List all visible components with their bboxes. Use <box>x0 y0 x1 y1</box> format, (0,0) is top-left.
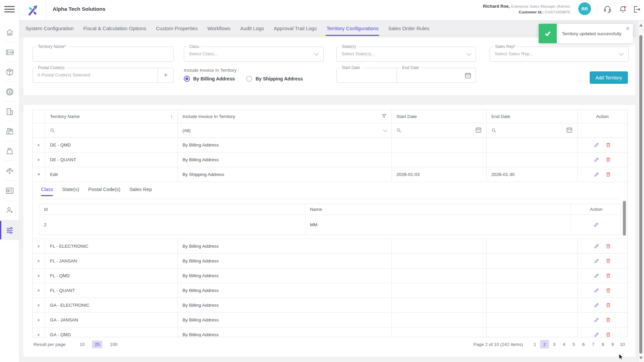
edit-pencil-icon[interactable] <box>594 243 599 249</box>
detail-tab-postal-codes[interactable]: Postal Code(s) <box>88 187 120 196</box>
postal-codes-field[interactable]: Postal Code(s) 0 Postal Code(s) Selected… <box>33 68 174 83</box>
radio-by-shipping-address[interactable] <box>246 76 252 82</box>
toast-close-icon[interactable]: ✕ <box>626 26 630 31</box>
date-range-field[interactable]: Start Date End Date <box>336 68 476 83</box>
page-8[interactable]: 8 <box>598 340 607 349</box>
sort-ascending-icon[interactable]: ↑ <box>170 114 173 119</box>
tab-custom-properties[interactable]: Custom Properties <box>156 20 198 36</box>
row-expander[interactable] <box>33 268 45 283</box>
logout-icon[interactable] <box>633 5 641 14</box>
row-expander[interactable] <box>33 283 45 298</box>
hamburger-menu-icon[interactable] <box>4 6 15 13</box>
avatar[interactable]: RR <box>578 2 591 15</box>
delete-trash-icon[interactable] <box>605 243 611 249</box>
add-territory-button[interactable]: Add Territory <box>590 71 628 84</box>
add-postal-code-button[interactable]: + <box>158 68 173 82</box>
radio-by-billing-address[interactable] <box>184 76 190 82</box>
edit-pencil-icon[interactable] <box>593 222 599 228</box>
delete-trash-icon[interactable] <box>605 317 611 323</box>
delete-trash-icon[interactable] <box>605 157 611 163</box>
edit-pencil-icon[interactable] <box>594 302 599 308</box>
panel-scrollbar-thumb[interactable] <box>623 201 626 236</box>
page-4[interactable]: 4 <box>559 340 569 349</box>
row-expander[interactable] <box>33 313 45 327</box>
detail-tab-states[interactable]: State(s) <box>62 187 79 196</box>
sidebar-item-company[interactable] <box>0 102 19 121</box>
col-include-invoice[interactable]: Include Invoice In Territory <box>178 110 392 123</box>
app-logo[interactable] <box>19 0 46 20</box>
page-5[interactable]: 5 <box>569 340 578 349</box>
edit-pencil-icon[interactable] <box>594 157 599 163</box>
row-collapser[interactable] <box>33 167 45 182</box>
sales-rep-select[interactable]: Sales Rep* Select Sales Rep... <box>490 47 629 62</box>
tab-audit-logs[interactable]: Audit Logs <box>240 20 264 36</box>
filter-territory-name[interactable] <box>45 123 178 137</box>
page-2[interactable]: 2 <box>540 340 549 349</box>
tab-workflows[interactable]: Workflows <box>207 20 230 36</box>
edit-pencil-icon[interactable] <box>594 258 599 264</box>
tab-sales-order-rules[interactable]: Sales Order Rules <box>388 20 429 36</box>
class-select[interactable]: Class Select Class... <box>184 47 324 62</box>
tab-fiscal-calculation-options[interactable]: Fiscal & Calculation Options <box>83 20 146 36</box>
sidebar-item-crm[interactable]: CRM <box>0 42 19 62</box>
per-page-10[interactable]: 10 <box>77 341 87 348</box>
row-expander[interactable] <box>33 239 45 253</box>
sidebar-item-configurations[interactable] <box>0 220 19 240</box>
sidebar-item-pricing[interactable]: $ <box>0 82 19 102</box>
row-expander[interactable] <box>33 327 45 337</box>
delete-trash-icon[interactable] <box>605 142 611 148</box>
scrollbar-thumb[interactable] <box>639 35 642 354</box>
detail-tab-class[interactable]: Class <box>41 187 53 196</box>
scroll-down-arrow-icon[interactable] <box>639 357 643 359</box>
edit-pencil-icon[interactable] <box>594 142 599 148</box>
sidebar-item-reports[interactable] <box>0 181 19 200</box>
filter-include-invoice-dropdown[interactable]: (All) <box>178 123 392 137</box>
page-9[interactable]: 9 <box>608 340 617 349</box>
per-page-100[interactable]: 100 <box>107 341 120 348</box>
states-select[interactable]: State(s) Select State(s)... <box>336 47 476 62</box>
col-end-date[interactable]: End Date <box>487 110 578 123</box>
sidebar-item-products[interactable] <box>0 62 19 82</box>
support-headset-icon[interactable] <box>603 5 612 14</box>
tab-system-configuration[interactable]: System Configuration <box>25 20 73 36</box>
page-1[interactable]: 1 <box>530 340 539 349</box>
sidebar-item-home[interactable] <box>0 22 19 42</box>
filter-start-date[interactable] <box>392 123 487 137</box>
sidebar-item-add-user[interactable] <box>0 200 19 220</box>
edit-pencil-icon[interactable] <box>594 172 599 177</box>
scroll-up-arrow-icon[interactable] <box>639 24 643 26</box>
delete-trash-icon[interactable] <box>605 302 611 308</box>
row-expander[interactable] <box>33 254 45 268</box>
page-10[interactable]: 10 <box>618 340 627 349</box>
delete-trash-icon[interactable] <box>605 332 611 337</box>
calendar-icon[interactable] <box>475 127 482 134</box>
delete-trash-icon[interactable] <box>605 172 611 177</box>
tab-approval-trail-logs[interactable]: Approval Trail Logs <box>274 20 317 36</box>
territory-name-field[interactable]: Territory Name* <box>33 47 174 62</box>
edit-pencil-icon[interactable] <box>594 317 599 323</box>
col-start-date[interactable]: Start Date <box>392 110 487 123</box>
sidebar-item-purchases[interactable] <box>0 141 19 161</box>
calendar-icon[interactable] <box>465 72 471 80</box>
filter-funnel-icon[interactable] <box>381 113 387 120</box>
delete-trash-icon[interactable] <box>605 288 611 293</box>
edit-pencil-icon[interactable] <box>594 273 599 279</box>
calendar-icon[interactable] <box>566 127 573 134</box>
col-territory-name[interactable]: Territory Name↑ <box>45 110 178 123</box>
sidebar-item-pos[interactable] <box>0 121 19 141</box>
row-expander[interactable] <box>33 138 45 152</box>
detail-tab-sales-rep[interactable]: Sales Rep <box>129 187 152 196</box>
tab-territory-configurations[interactable]: Territory Configurations <box>326 20 378 36</box>
page-3[interactable]: 3 <box>550 340 559 349</box>
per-page-25[interactable]: 25 <box>92 341 102 348</box>
delete-trash-icon[interactable] <box>605 273 611 279</box>
sidebar-item-accounting[interactable]: DC <box>0 161 19 181</box>
radio-label[interactable]: By Shipping Address <box>256 76 303 81</box>
page-7[interactable]: 7 <box>589 340 598 349</box>
edit-pencil-icon[interactable] <box>594 288 599 293</box>
radio-label[interactable]: By Billing Address <box>193 76 235 81</box>
page-scrollbar[interactable] <box>638 20 643 362</box>
row-expander[interactable] <box>33 298 45 312</box>
row-expander[interactable] <box>33 153 45 167</box>
edit-pencil-icon[interactable] <box>594 332 599 337</box>
